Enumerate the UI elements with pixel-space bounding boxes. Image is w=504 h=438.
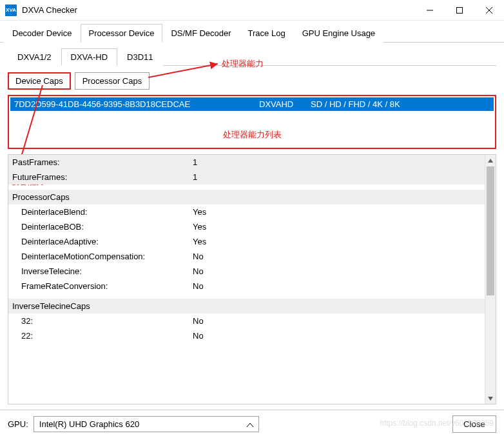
- grid-value: No: [193, 252, 492, 261]
- grid-body: PastFrames:1FutureFrames:1ProcessorCapsD…: [8, 155, 496, 404]
- scroll-down-icon[interactable]: [485, 393, 496, 404]
- grid-value: [193, 192, 492, 202]
- processor-list-row[interactable]: 7DD2D599-41DB-4456-9395-8B3D18CEDCAE DXV…: [10, 97, 494, 111]
- grid-key: InverseTelecine:: [12, 266, 193, 276]
- grid-value: No: [193, 316, 492, 326]
- processor-list-box: 7DD2D599-41DB-4456-9395-8B3D18CEDCAE DXV…: [8, 95, 496, 149]
- grid-row: [8, 184, 496, 190]
- tab-trace-log[interactable]: Trace Log: [240, 24, 294, 43]
- grid-row: DeinterlaceMotionCompensation:No: [8, 249, 496, 264]
- grid-value: 1: [193, 157, 492, 167]
- svg-rect-1: [457, 7, 463, 13]
- grid-value: Yes: [193, 222, 492, 232]
- grid-key: DeinterlaceBOB:: [12, 222, 193, 232]
- grid-key: DeinterlaceMotionCompensation:: [12, 252, 193, 261]
- grid-key: DeinterlaceAdaptive:: [12, 237, 193, 246]
- tab-gpu-engine[interactable]: GPU Engine Usage: [294, 24, 383, 43]
- titlebar: XVA DXVA Checker: [0, 0, 504, 21]
- grid-row: FrameRateConversion:No: [8, 279, 496, 294]
- sub-tabs: DXVA1/2 DXVA-HD D3D11: [8, 48, 496, 66]
- annotation-list-caption: 处理器能力列表: [10, 129, 494, 141]
- device-caps-button[interactable]: Device Caps: [8, 72, 71, 90]
- scroll-up-icon[interactable]: [485, 155, 496, 166]
- grid-row: [8, 294, 496, 299]
- details-grid: PastFrames:1FutureFrames:1ProcessorCapsD…: [8, 154, 496, 404]
- grid-value: 1: [193, 172, 492, 182]
- grid-value: [193, 301, 492, 311]
- grid-row: InverseTelecine:No: [8, 264, 496, 279]
- grid-key: InverseTelecineCaps: [12, 301, 193, 311]
- grid-row: 32:No: [8, 314, 496, 328]
- close-button[interactable]: Close: [452, 415, 496, 433]
- scrollbar[interactable]: [485, 155, 496, 404]
- grid-row: FutureFrames:1: [8, 170, 496, 184]
- grid-value: Yes: [193, 237, 492, 246]
- minimize-button[interactable]: [415, 0, 445, 21]
- chevron-up-icon: [247, 419, 253, 429]
- grid-row: InverseTelecineCaps: [8, 299, 496, 314]
- grid-key: DeinterlaceBlend:: [12, 207, 193, 217]
- grid-key: 22:: [12, 331, 193, 341]
- grid-value: No: [193, 266, 492, 276]
- app-icon: XVA: [5, 5, 17, 16]
- grid-row: 22:No: [8, 328, 496, 343]
- close-window-button[interactable]: [474, 0, 504, 21]
- tab-dsmf-decoder[interactable]: DS/MF Decoder: [162, 24, 239, 43]
- tab-decoder-device[interactable]: Decoder Device: [4, 24, 81, 43]
- grid-row: ProcessorCaps: [8, 190, 496, 204]
- subtab-d3d11[interactable]: D3D11: [117, 48, 162, 66]
- grid-key: 32:: [12, 316, 193, 326]
- grid-key: PastFrames:: [12, 157, 193, 167]
- row-resolutions: SD / HD / FHD / 4K / 8K: [311, 99, 490, 109]
- main-tabs: Decoder Device Processor Device DS/MF De…: [0, 21, 504, 43]
- row-guid: 7DD2D599-41DB-4456-9395-8B3D18CEDCAE: [14, 99, 259, 109]
- grid-row: DeinterlaceBOB:Yes: [8, 219, 496, 234]
- grid-value: Yes: [193, 207, 492, 217]
- subtab-dxva12[interactable]: DXVA1/2: [8, 48, 61, 66]
- grid-key: ProcessorCaps: [12, 192, 193, 202]
- subtab-dxvahd[interactable]: DXVA-HD: [61, 48, 118, 66]
- grid-row: PastFrames:1: [8, 155, 496, 170]
- grid-value: No: [193, 331, 492, 341]
- gpu-select[interactable]: Intel(R) UHD Graphics 620: [34, 416, 259, 432]
- grid-row: DeinterlaceBlend:Yes: [8, 204, 496, 219]
- content-area: DXVA1/2 DXVA-HD D3D11 Device Caps Proces…: [0, 43, 504, 404]
- grid-key: FutureFrames:: [12, 172, 193, 182]
- gpu-selected-value: Intel(R) UHD Graphics 620: [39, 419, 139, 429]
- caps-buttons-row: Device Caps Processor Caps: [8, 72, 496, 90]
- tab-processor-device[interactable]: Processor Device: [81, 24, 163, 43]
- footer: GPU: Intel(R) UHD Graphics 620 Close: [0, 410, 504, 438]
- grid-key: FrameRateConversion:: [12, 281, 193, 291]
- grid-value: No: [193, 281, 492, 291]
- scroll-thumb[interactable]: [487, 166, 494, 295]
- grid-row: DeinterlaceAdaptive:Yes: [8, 234, 496, 249]
- app-title: DXVA Checker: [22, 5, 415, 15]
- processor-caps-button[interactable]: Processor Caps: [75, 72, 150, 90]
- window-controls: [415, 0, 504, 21]
- gpu-label: GPU:: [8, 419, 28, 429]
- maximize-button[interactable]: [445, 0, 474, 21]
- row-api: DXVAHD: [259, 99, 311, 109]
